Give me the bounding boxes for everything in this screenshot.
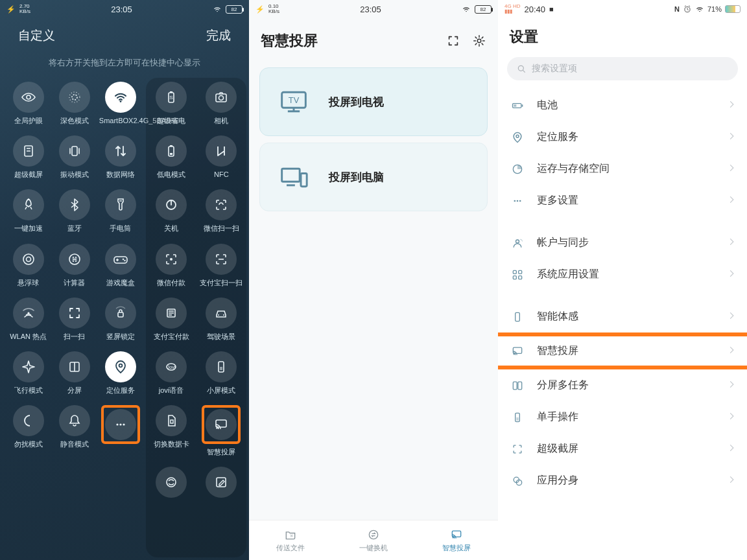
qs-location[interactable]: 定位服务 (97, 347, 143, 401)
cast-icon (206, 409, 237, 440)
chevron-right-icon (729, 195, 735, 207)
qs-hotspot[interactable]: WLAN 热点 (5, 294, 51, 347)
settings-account[interactable]: 帐户与同步 (498, 227, 747, 259)
qs-wifi[interactable]: SmartBOX2.4G_5BA08E (97, 78, 143, 132)
scan-icon[interactable] (446, 34, 460, 48)
qs-data[interactable]: 数据网络 (97, 132, 143, 185)
settings-apps[interactable]: 系统应用设置 (498, 259, 747, 290)
chevron-right-icon (729, 311, 735, 323)
qs-split[interactable]: 分屏 (51, 347, 97, 401)
qs-sim[interactable]: 切换数据卡 (146, 401, 196, 463)
qs-nfc[interactable]: NFC (196, 132, 246, 185)
status-bar: ⚡ 0.10KB/s 23:05 82 (249, 0, 498, 18)
qs-wechat-pay[interactable]: 微信付款 (146, 240, 196, 294)
status-time: 23:05 (111, 5, 132, 14)
clone-icon (508, 474, 527, 487)
qs-vibrate[interactable]: 振动模式 (51, 132, 97, 185)
flashlight-icon (105, 189, 136, 220)
nav-folder[interactable]: 传送文件 (249, 520, 332, 560)
qs-cast[interactable]: 智慧投屏 (196, 401, 246, 463)
swap-icon (366, 528, 381, 541)
wechat-pay-icon (156, 244, 187, 275)
gear-icon[interactable] (472, 34, 486, 48)
qs-record[interactable]: 悬浮球 (5, 240, 51, 294)
qs-rocket[interactable]: 一键加速 (5, 185, 51, 239)
settings-battery[interactable]: 电池 (498, 89, 747, 121)
page-title: 设置 (498, 18, 747, 53)
camera-icon (206, 82, 237, 113)
multiwin-icon (508, 379, 527, 392)
qs-moon[interactable]: 勿扰模式 (5, 401, 51, 455)
qs-power[interactable]: 关机 (146, 185, 196, 239)
moon-icon (13, 405, 44, 436)
qs-bluetooth[interactable]: 蓝牙 (51, 185, 97, 239)
settings-motion[interactable]: 智能体感 (498, 301, 747, 332)
charging-icon: ⚡ (255, 5, 265, 14)
settings-screenshot[interactable]: 超级截屏 (498, 433, 747, 465)
screenshot-icon (508, 443, 527, 456)
settings-onehand[interactable]: 单手操作 (498, 401, 747, 433)
vibrate-icon (59, 135, 90, 167)
qs-alipay-scan[interactable]: 支付宝扫一扫 (196, 240, 246, 294)
chevron-right-icon (729, 345, 735, 357)
rocket-icon (13, 189, 44, 220)
alarm-icon (683, 5, 692, 14)
chevron-right-icon (729, 237, 735, 249)
settings-more[interactable]: 更多设置 (498, 185, 747, 216)
edit-icon (206, 467, 237, 498)
tv-icon (274, 86, 313, 117)
hint-text: 将右方开关拖到左方即可在快捷中心显示 (0, 51, 249, 78)
qs-car[interactable]: 驾驶场景 (196, 294, 246, 347)
qs-miniwindow[interactable]: 小屏模式 (196, 347, 246, 401)
customize-title: 自定义 (18, 27, 55, 44)
qs-edit[interactable] (196, 463, 246, 508)
qs-camera[interactable]: 相机 (196, 78, 246, 132)
qs-sun-dim[interactable]: 深色模式 (51, 78, 97, 132)
bluetooth-icon (59, 189, 90, 220)
qs-jovi[interactable]: jovi语音 (146, 347, 196, 401)
nav-cast[interactable]: 智慧投屏 (415, 520, 498, 560)
settings-storage[interactable]: 运存与存储空间 (498, 153, 747, 185)
done-button[interactable]: 完成 (206, 27, 231, 44)
qs-scan-sq[interactable]: 扫一扫 (51, 294, 97, 347)
wifi-icon (105, 82, 136, 113)
more-icon (508, 194, 527, 207)
chevron-right-icon (729, 475, 735, 487)
qs-bell[interactable]: 静音模式 (51, 401, 97, 455)
page-title: 智慧投屏 (261, 31, 318, 51)
battery-icon: 82 (226, 5, 243, 14)
qs-gamebox[interactable]: 游戏魔盒 (97, 240, 143, 294)
cast-card-tv[interactable]: 投屏到电视 (259, 67, 488, 136)
battery-pct: 71% (707, 5, 722, 13)
settings-cast[interactable]: 智慧投屏 (498, 336, 747, 366)
qs-calc[interactable]: 计算器 (51, 240, 97, 294)
battery-icon (508, 99, 527, 112)
search-input[interactable]: 搜索设置项 (507, 57, 738, 80)
qs-more[interactable] (97, 401, 143, 455)
settings-location[interactable]: 定位服务 (498, 121, 747, 153)
qs-lock-rotate[interactable]: 竖屏锁定 (97, 294, 143, 347)
cast-card-pc[interactable]: 投屏到电脑 (259, 143, 488, 211)
location-icon (508, 131, 527, 144)
eye-icon (13, 82, 44, 113)
scan-sq-icon (59, 298, 90, 329)
qs-eye[interactable]: 全局护眼 (5, 78, 51, 132)
qs-battery-s[interactable]: 超级省电 (146, 78, 196, 132)
wifi-icon (213, 6, 222, 12)
qs-lens[interactable] (146, 463, 196, 508)
qs-wechat-scan[interactable]: 微信扫一扫 (196, 185, 246, 239)
wifi-icon (695, 6, 704, 12)
settings-multiwin[interactable]: 分屏多任务 (498, 369, 747, 401)
qs-screenshot-long[interactable]: 超级截屏 (5, 132, 51, 185)
qs-battery-low[interactable]: 低电模式 (146, 132, 196, 185)
chevron-right-icon (729, 412, 735, 423)
qs-airplane[interactable]: 飞行模式 (5, 347, 51, 401)
charging-icon: ⚡ (6, 5, 16, 14)
nfc-icon (206, 135, 237, 167)
chevron-right-icon (729, 269, 735, 281)
smart-cast-panel: ⚡ 0.10KB/s 23:05 82 智慧投屏 投屏到电视 投屏到电脑 传送文… (249, 0, 498, 560)
qs-alipay-code[interactable]: 支付宝付款 (146, 294, 196, 347)
settings-clone[interactable]: 应用分身 (498, 465, 747, 496)
qs-flashlight[interactable]: 手电筒 (97, 185, 143, 239)
nav-swap[interactable]: 一键换机 (332, 520, 415, 560)
